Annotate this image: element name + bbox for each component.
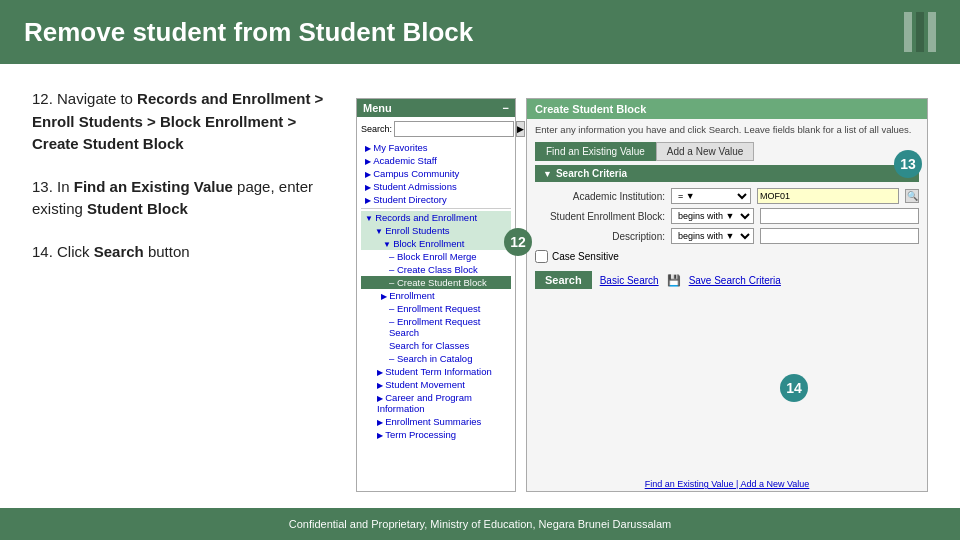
menu-item-term-processing[interactable]: Term Processing	[361, 428, 511, 441]
save-criteria-button[interactable]: Save Search Criteria	[689, 275, 781, 286]
menu-search-button[interactable]: ▶	[516, 121, 525, 137]
page-title: Remove student from Student Block	[24, 17, 473, 48]
menu-item-student-directory[interactable]: Student Directory	[361, 193, 511, 206]
step-12: 12. Navigate to Records and Enrollment >…	[32, 88, 332, 156]
floppy-icon: 💾	[667, 274, 681, 287]
menu-item-campus-community[interactable]: Campus Community	[361, 167, 511, 180]
student-enrollment-operator[interactable]: begins with ▼	[671, 208, 754, 224]
step-13: 13. In Find an Existing Value page, ente…	[32, 176, 332, 221]
menu-divider-1	[361, 208, 511, 209]
step-14: 14. Click Search button	[32, 241, 332, 264]
menu-item-enrollment-summaries[interactable]: Enrollment Summaries	[361, 415, 511, 428]
menu-item-student-movement[interactable]: Student Movement	[361, 378, 511, 391]
academic-institution-value[interactable]	[757, 188, 899, 204]
badge-12: 12	[504, 228, 532, 256]
description-operator[interactable]: begins with ▼	[671, 228, 754, 244]
student-enrollment-label: Student Enrollment Block:	[535, 211, 665, 222]
form-subtitle: Enter any information you have and click…	[527, 119, 927, 138]
menu-item-search-catalog[interactable]: – Search in Catalog	[361, 352, 511, 365]
menu-close-icon[interactable]: −	[503, 102, 509, 114]
academic-institution-operator[interactable]: = ▼	[671, 188, 751, 204]
menu-item-enrollment[interactable]: Enrollment	[361, 289, 511, 302]
menu-item-block-enroll-merge[interactable]: – Block Enroll Merge	[361, 250, 511, 263]
badge-14: 14	[780, 374, 808, 402]
steps-column: 12. Navigate to Records and Enrollment >…	[32, 88, 332, 492]
menu-item-student-term[interactable]: Student Term Information	[361, 365, 511, 378]
student-enrollment-value[interactable]	[760, 208, 919, 224]
case-sensitive-row: Case Sensitive	[527, 248, 927, 265]
search-button[interactable]: Search	[535, 271, 592, 289]
menu-panel: Menu − Search: ▶ My Favorites Academic S…	[356, 98, 516, 492]
tab-find-existing[interactable]: Find an Existing Value	[535, 142, 656, 161]
form-footer-links: Find an Existing Value | Add a New Value	[527, 477, 927, 491]
academic-institution-search-icon[interactable]: 🔍	[905, 189, 919, 203]
step13-text: In	[57, 178, 74, 195]
field-academic-institution: Academic Institution: = ▼ 🔍	[535, 188, 919, 204]
menu-item-academic-staff[interactable]: Academic Staff	[361, 154, 511, 167]
screenshot-area: Menu − Search: ▶ My Favorites Academic S…	[356, 88, 928, 492]
field-description: Description: begins with ▼	[535, 228, 919, 244]
menu-search-input[interactable]	[394, 121, 514, 137]
main-content: 12. Navigate to Records and Enrollment >…	[0, 64, 960, 504]
menu-search-label: Search:	[361, 124, 392, 134]
case-sensitive-checkbox[interactable]	[535, 250, 548, 263]
field-student-enrollment: Student Enrollment Block: begins with ▼	[535, 208, 919, 224]
form-section-header: Search Criteria	[535, 165, 919, 182]
form-title: Create Student Block	[527, 99, 927, 119]
step14-bold: Search	[94, 243, 144, 260]
menu-header: Menu −	[357, 99, 515, 117]
form-bottom: Search Basic Search 💾 Save Search Criter…	[527, 267, 927, 293]
menu-item-favorites[interactable]: My Favorites	[361, 141, 511, 154]
footer-text: Confidential and Proprietary, Ministry o…	[289, 518, 672, 530]
form-tabs: Find an Existing Value Add a New Value	[527, 138, 927, 161]
menu-item-student-admissions[interactable]: Student Admissions	[361, 180, 511, 193]
description-label: Description:	[535, 231, 665, 242]
academic-institution-label: Academic Institution:	[535, 191, 665, 202]
menu-item-enrollment-request-search[interactable]: – Enrollment Request Search	[361, 315, 511, 339]
header-bar-2	[916, 12, 924, 52]
footer: Confidential and Proprietary, Ministry o…	[0, 508, 960, 540]
case-sensitive-label: Case Sensitive	[552, 251, 619, 262]
step13-number: 13.	[32, 178, 53, 195]
header-bar-3	[928, 12, 936, 52]
header-bar-1	[904, 12, 912, 52]
step12-text: Navigate to	[57, 90, 137, 107]
menu-item-enrollment-request[interactable]: – Enrollment Request	[361, 302, 511, 315]
header-decoration	[904, 12, 936, 52]
step14-number: 14.	[32, 243, 53, 260]
menu-items: My Favorites Academic Staff Campus Commu…	[357, 139, 515, 443]
step14-text2: button	[144, 243, 190, 260]
menu-title: Menu	[363, 102, 392, 114]
description-value[interactable]	[760, 228, 919, 244]
form-fields: Academic Institution: = ▼ 🔍 Student Enro…	[527, 184, 927, 248]
form-panel: Create Student Block Enter any informati…	[526, 98, 928, 492]
header: Remove student from Student Block	[0, 0, 960, 64]
step12-number: 12.	[32, 90, 53, 107]
tab-add-new[interactable]: Add a New Value	[656, 142, 755, 161]
step13-bold2: Student Block	[87, 200, 188, 217]
menu-item-career-program[interactable]: Career and Program Information	[361, 391, 511, 415]
menu-item-create-student-block[interactable]: – Create Student Block	[361, 276, 511, 289]
menu-item-enroll-students[interactable]: Enroll Students	[361, 224, 511, 237]
menu-item-search-classes[interactable]: Search for Classes	[361, 339, 511, 352]
step13-bold: Find an Existing Value	[74, 178, 233, 195]
basic-search-button[interactable]: Basic Search	[600, 275, 659, 286]
menu-item-records[interactable]: Records and Enrollment	[361, 211, 511, 224]
menu-item-create-class-block[interactable]: – Create Class Block	[361, 263, 511, 276]
menu-item-block-enrollment[interactable]: Block Enrollment	[361, 237, 511, 250]
step14-text: Click	[57, 243, 94, 260]
menu-search-row: Search: ▶	[357, 117, 515, 139]
badge-13: 13	[894, 150, 922, 178]
